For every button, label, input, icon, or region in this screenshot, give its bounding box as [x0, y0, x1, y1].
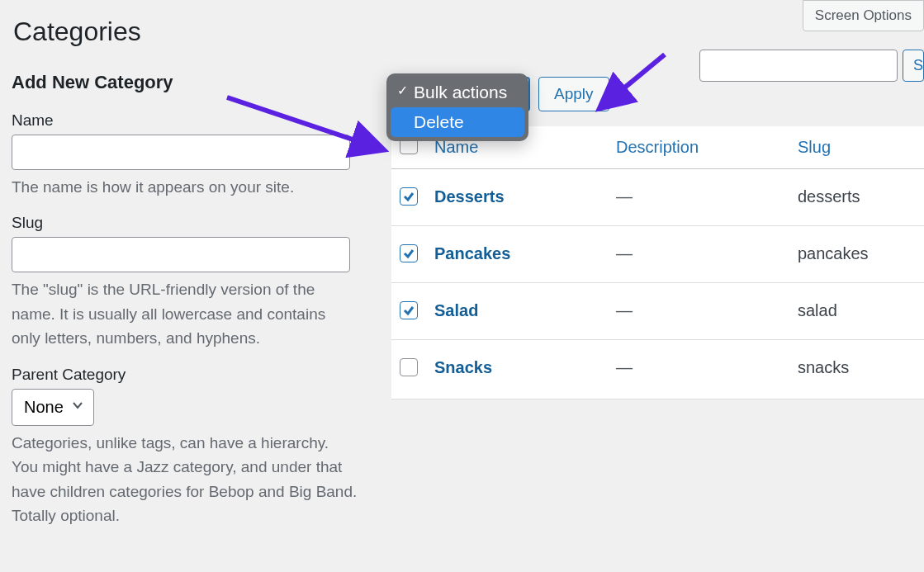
- name-input[interactable]: [12, 135, 350, 170]
- page-title: Categories: [0, 0, 924, 47]
- row-checkbox[interactable]: [400, 358, 418, 376]
- category-description: —: [608, 169, 789, 226]
- apply-button[interactable]: Apply: [538, 77, 609, 111]
- add-category-heading: Add New Category: [12, 72, 358, 93]
- categories-table: Name Description Slug Desserts—dessertsP…: [391, 126, 924, 399]
- table-row: Pancakes—pancakes: [391, 226, 924, 283]
- category-name-link[interactable]: Desserts: [434, 187, 505, 206]
- category-name-link[interactable]: Snacks: [434, 358, 492, 376]
- parent-category-help: Categories, unlike tags, can have a hier…: [12, 431, 358, 528]
- bulk-option-bulk-actions[interactable]: Bulk actions: [391, 78, 524, 107]
- name-label: Name: [12, 111, 358, 130]
- add-category-form: Add New Category Name The name is how it…: [12, 72, 358, 543]
- category-slug: salad: [789, 283, 924, 340]
- parent-category-select[interactable]: None: [12, 389, 94, 426]
- table-row: Snacks—snacks: [391, 340, 924, 399]
- category-slug: desserts: [789, 169, 924, 226]
- category-description: —: [608, 340, 789, 399]
- row-checkbox[interactable]: [400, 187, 418, 206]
- bulk-actions-dropdown: Bulk actions Delete: [386, 73, 528, 141]
- name-help: The name is how it appears on your site.: [12, 175, 358, 199]
- column-header-description[interactable]: Description: [616, 138, 699, 156]
- category-description: —: [608, 226, 789, 283]
- table-row: Salad—salad: [391, 283, 924, 340]
- bulk-option-delete[interactable]: Delete: [391, 107, 524, 137]
- category-description: —: [608, 283, 789, 340]
- table-row: Desserts—desserts: [391, 169, 924, 226]
- column-header-slug[interactable]: Slug: [798, 138, 831, 156]
- slug-label: Slug: [12, 214, 358, 232]
- category-name-link[interactable]: Salad: [434, 301, 478, 319]
- row-checkbox[interactable]: [400, 244, 418, 262]
- category-slug: snacks: [789, 340, 924, 399]
- screen-options-button[interactable]: Screen Options: [803, 0, 924, 31]
- category-name-link[interactable]: Pancakes: [434, 244, 510, 262]
- row-checkbox[interactable]: [400, 301, 418, 319]
- slug-help: The "slug" is the URL-friendly version o…: [12, 277, 358, 350]
- parent-category-label: Parent Category: [12, 366, 358, 384]
- category-slug: pancakes: [789, 226, 924, 283]
- slug-input[interactable]: [12, 237, 350, 272]
